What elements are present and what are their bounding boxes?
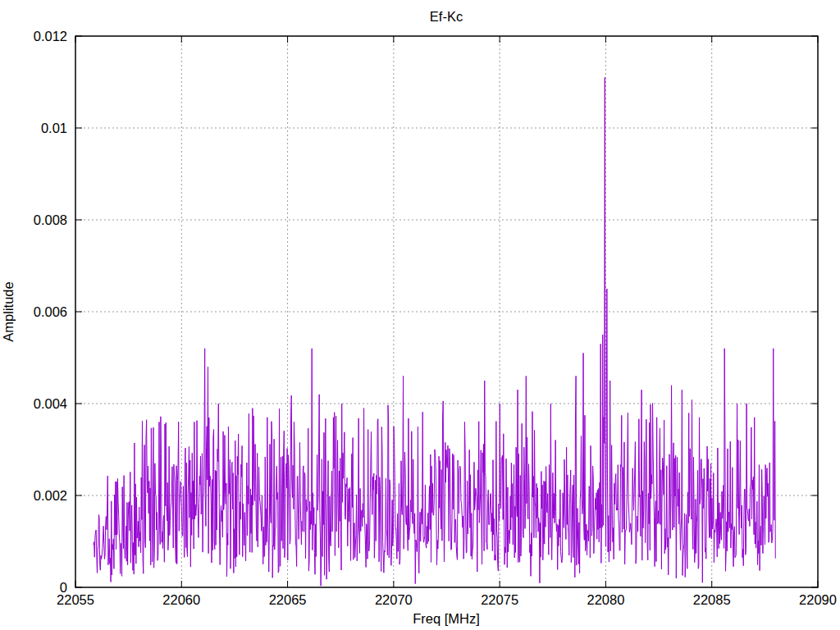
y-tick-label: 0.01: [41, 121, 67, 135]
x-tick-label: 22065: [269, 592, 307, 607]
y-axis-label: Amplitude: [1, 281, 16, 341]
x-tick-label: 22075: [481, 592, 518, 607]
x-tick-label: 22080: [587, 592, 624, 607]
series-layer: [94, 77, 775, 586]
chart-title: Ef-Kc: [430, 9, 463, 24]
x-tick-label: 22085: [693, 592, 731, 607]
x-tick-label: 22055: [57, 592, 94, 607]
x-tick-label: 22090: [799, 592, 837, 607]
y-tick-label: 0.004: [34, 396, 67, 411]
series-line: [94, 77, 775, 586]
y-tick-label: 0.012: [34, 29, 67, 43]
x-tick-label: 22070: [375, 592, 413, 607]
y-tick-label: 0: [60, 580, 67, 595]
y-tick-label: 0.002: [34, 488, 67, 503]
plot-canvas: 2205522060220652207022075220802208522090…: [0, 0, 840, 630]
y-tick-label: 0.006: [34, 304, 67, 319]
x-axis-label: Freq [MHz]: [413, 611, 480, 626]
x-tick-label: 22060: [162, 592, 200, 607]
y-tick-label: 0.008: [34, 212, 67, 227]
